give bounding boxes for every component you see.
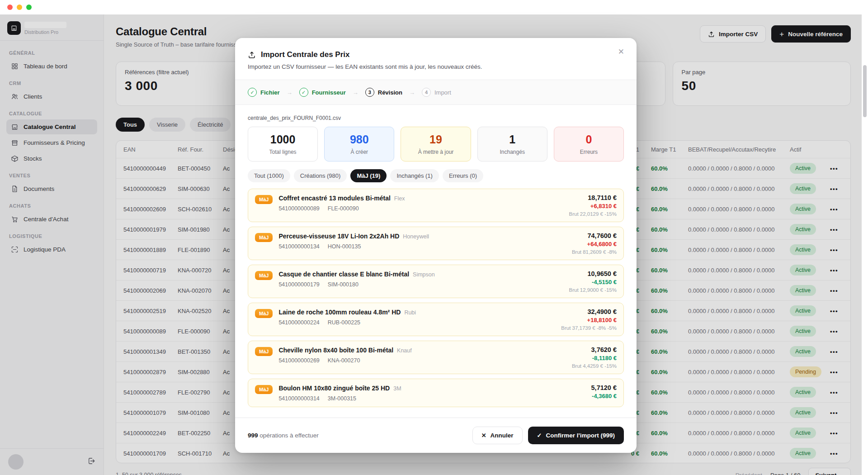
zoom-window-button[interactable] xyxy=(26,5,32,10)
product-ref: FLE-000090 xyxy=(328,205,359,212)
stat-a-creer: 980 À créer xyxy=(324,127,394,162)
step-fournisseur: ✓ Fournisseur xyxy=(299,88,346,97)
gross-price-detail: Brut 37,1739 € -8% -5% xyxy=(561,325,617,331)
window-scrollbar[interactable] xyxy=(862,14,868,475)
supplier-name: Knauf xyxy=(397,347,412,354)
window-titlebar xyxy=(0,0,868,14)
import-item-row[interactable]: MàJ Boulon HM 10x80 zingué boîte 25 HD3M… xyxy=(248,379,624,407)
gross-price-detail: Brut 12,9000 € -15% xyxy=(569,287,617,293)
supplier-name: 3M xyxy=(393,385,401,392)
import-filter-tabs: Tout (1000) Créations (980) MàJ (19) Inc… xyxy=(248,169,624,182)
check-icon: ✓ xyxy=(537,432,542,438)
supplier-name: Simpson xyxy=(413,271,435,278)
new-price: 5,7120 € xyxy=(591,384,617,391)
product-ref: RUB-000225 xyxy=(328,319,360,326)
import-items-list: MàJ Coffret encastré 13 modules Bi-métal… xyxy=(248,189,624,418)
step-number-icon: 3 xyxy=(365,88,374,97)
price-delta: -4,3680 € xyxy=(591,393,617,399)
modal-body: centrale_des_prix_FOURN_F0001.csv 1000 T… xyxy=(235,105,637,418)
product-ref: 3M-000315 xyxy=(328,395,356,402)
maj-badge: MàJ xyxy=(255,309,273,318)
price-delta: +18,8100 € xyxy=(561,317,617,323)
import-filter-tab[interactable]: MàJ (19) xyxy=(350,169,387,182)
import-steps-bar: ✓ Fichier → ✓ Fournisseur → 3 Révision →… xyxy=(235,80,637,105)
stat-erreurs: 0 Erreurs xyxy=(554,127,624,162)
maj-badge: MàJ xyxy=(255,347,273,356)
import-item-row[interactable]: MàJ Laine de roche 100mm rouleau 4.8m² H… xyxy=(248,303,624,336)
import-item-row[interactable]: MàJ Perceuse-visseuse 18V Li-Ion 2x2Ah H… xyxy=(248,227,624,260)
modal-footer: 999 opérations à effectuer ✕ Annuler ✓ C… xyxy=(235,418,637,453)
product-name: Perceuse-visseuse 18V Li-Ion 2x2Ah HD xyxy=(278,233,399,240)
step-check-icon: ✓ xyxy=(248,88,257,97)
stat-a-mettre-a-jour: 19 À mettre à jour xyxy=(401,127,471,162)
maj-badge: MàJ xyxy=(255,233,273,242)
price-delta: -8,1180 € xyxy=(572,355,617,361)
price-delta: +6,8310 € xyxy=(569,203,617,209)
product-ean: 5410000000224 xyxy=(278,319,319,326)
import-item-row[interactable]: MàJ Cheville nylon 8x40 boîte 100 Bi-mét… xyxy=(248,341,624,374)
operations-summary: 999 opérations à effectuer xyxy=(248,432,319,439)
import-filter-tab[interactable]: Erreurs (0) xyxy=(443,169,483,182)
minimize-window-button[interactable] xyxy=(17,5,22,10)
import-item-row[interactable]: MàJ Coffret encastré 13 modules Bi-métal… xyxy=(248,189,624,222)
stat-total-lignes: 1000 Total lignes xyxy=(248,127,318,162)
import-filter-tab[interactable]: Tout (1000) xyxy=(248,169,290,182)
confirm-import-button[interactable]: ✓ Confirmer l'import (999) xyxy=(528,427,624,444)
price-delta: -4,5150 € xyxy=(569,279,617,285)
product-name: Cheville nylon 8x40 boîte 100 Bi-métal xyxy=(278,347,393,354)
import-stats-row: 1000 Total lignes 980 À créer 19 À mettr… xyxy=(248,127,624,162)
close-icon[interactable]: ✕ xyxy=(618,48,624,56)
gross-price-detail: Brut 81,2609 € -8% xyxy=(572,249,617,255)
product-ean: 5410000000179 xyxy=(278,281,319,288)
step-check-icon: ✓ xyxy=(299,88,308,97)
new-price: 18,7110 € xyxy=(569,194,617,201)
step-revision: 3 Révision xyxy=(365,88,402,97)
price-delta: +64,6800 € xyxy=(572,241,617,247)
stat-inchanges: 1 Inchangés xyxy=(477,127,547,162)
modal-header: Import Centrale des Prix Importez un CSV… xyxy=(235,38,637,80)
new-price: 3,7620 € xyxy=(572,346,617,353)
upload-icon xyxy=(248,51,256,59)
new-price: 10,9650 € xyxy=(569,270,617,277)
import-filter-tab[interactable]: Créations (980) xyxy=(294,169,347,182)
supplier-name: Honeywell xyxy=(403,233,429,240)
import-file-name: centrale_des_prix_FOURN_F0001.csv xyxy=(248,115,624,121)
import-modal: Import Centrale des Prix Importez un CSV… xyxy=(235,38,637,453)
cancel-button[interactable]: ✕ Annuler xyxy=(472,427,523,444)
modal-subtitle: Importez un CSV fournisseur — les EAN ex… xyxy=(248,63,624,70)
supplier-name: Flex xyxy=(394,195,405,202)
product-name: Boulon HM 10x80 zingué boîte 25 HD xyxy=(278,385,390,392)
scrollbar-thumb[interactable] xyxy=(863,65,867,117)
x-icon: ✕ xyxy=(481,432,486,438)
product-name: Laine de roche 100mm rouleau 4.8m² HD xyxy=(278,309,401,316)
close-window-button[interactable] xyxy=(7,5,13,10)
new-price: 74,7600 € xyxy=(572,232,617,239)
new-price: 32,4900 € xyxy=(561,308,617,315)
modal-title: Import Centrale des Prix xyxy=(261,50,350,59)
product-ref: SIM-000180 xyxy=(328,281,359,288)
maj-badge: MàJ xyxy=(255,195,273,204)
import-filter-tab[interactable]: Inchangés (1) xyxy=(390,169,439,182)
product-ean: 5410000000134 xyxy=(278,243,319,250)
maj-badge: MàJ xyxy=(255,385,273,394)
window-controls xyxy=(7,5,32,10)
step-arrow-icon: → xyxy=(409,89,415,96)
step-fichier: ✓ Fichier xyxy=(248,88,280,97)
step-number-icon: 4 xyxy=(422,88,431,97)
step-arrow-icon: → xyxy=(353,89,359,96)
import-item-row[interactable]: MàJ Casque de chantier classe E blanc Bi… xyxy=(248,265,624,298)
gross-price-detail: Brut 22,0129 € -15% xyxy=(569,211,617,217)
product-ean: 5410000000089 xyxy=(278,205,319,212)
step-arrow-icon: → xyxy=(287,89,292,96)
product-ean: 5410000000314 xyxy=(278,395,319,402)
product-ref: KNA-000270 xyxy=(328,357,360,364)
supplier-name: Rubi xyxy=(404,309,416,316)
product-ref: HON-000135 xyxy=(328,243,361,250)
product-ean: 5410000000269 xyxy=(278,357,319,364)
maj-badge: MàJ xyxy=(255,271,273,280)
product-name: Coffret encastré 13 modules Bi-métal xyxy=(278,195,390,202)
gross-price-detail: Brut 4,4259 € -15% xyxy=(572,363,617,369)
step-import: 4 Import xyxy=(422,88,451,97)
product-name: Casque de chantier classe E blanc Bi-mét… xyxy=(278,271,409,278)
